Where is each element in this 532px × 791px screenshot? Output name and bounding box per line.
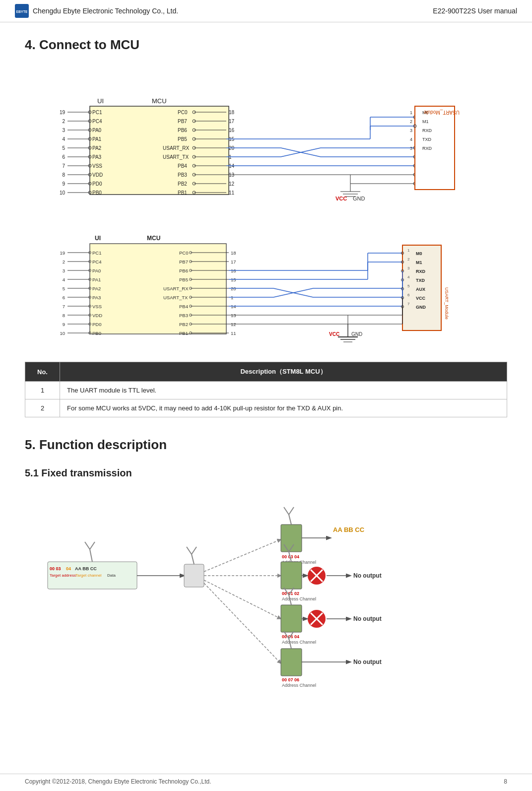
svg-text:PA0: PA0 <box>92 128 102 133</box>
svg-rect-275 <box>184 564 204 587</box>
svg-text:USART_RX: USART_RX <box>163 286 189 291</box>
svg-text:1: 1 <box>407 248 410 253</box>
svg-text:04: 04 <box>66 566 71 571</box>
svg-text:RXD: RXD <box>422 128 432 133</box>
svg-text:7: 7 <box>407 302 410 306</box>
svg-text:00 07 06: 00 07 06 <box>282 677 299 682</box>
table-cell-no: 2 <box>25 399 60 417</box>
svg-text:PA2: PA2 <box>92 286 101 291</box>
svg-text:VCC: VCC <box>329 331 339 337</box>
svg-text:Data: Data <box>107 573 116 578</box>
svg-text:5: 5 <box>407 284 410 288</box>
svg-text:MCU: MCU <box>147 235 160 242</box>
svg-text:PB6: PB6 <box>178 128 187 133</box>
svg-text:No output: No output <box>353 615 382 622</box>
svg-text:9: 9 <box>63 322 65 327</box>
svg-text:2: 2 <box>63 259 65 264</box>
svg-text:3: 3 <box>407 266 410 270</box>
svg-text:PB3: PB3 <box>178 172 187 178</box>
svg-text:PB5: PB5 <box>178 136 187 142</box>
section5-title: 5. Function description <box>25 437 507 453</box>
svg-line-273 <box>90 542 95 549</box>
svg-text:PB2: PB2 <box>178 181 187 187</box>
svg-text:USART_Module: USART_Module <box>423 110 460 115</box>
svg-rect-113 <box>415 106 455 190</box>
svg-text:VSS: VSS <box>92 163 102 169</box>
fixed-tx-diagram: 00 03 04 AA BB CC Target address Target … <box>25 485 507 693</box>
svg-text:PB5: PB5 <box>179 277 188 282</box>
copyright: Copyright ©2012-2018, Chengdu Ebyte Elec… <box>25 778 211 785</box>
svg-text:8: 8 <box>63 313 65 318</box>
svg-text:PD0: PD0 <box>92 181 102 187</box>
svg-rect-130 <box>90 244 226 334</box>
svg-text:3: 3 <box>410 146 412 151</box>
svg-line-282 <box>204 583 281 663</box>
svg-text:GND: GND <box>353 196 365 201</box>
svg-text:2: 2 <box>410 119 412 124</box>
svg-text:17: 17 <box>229 119 235 124</box>
svg-line-284 <box>289 515 291 525</box>
svg-text:PB7: PB7 <box>179 259 188 264</box>
table-cell-desc: The UART module is TTL level. <box>60 382 507 399</box>
svg-text:TXD: TXD <box>422 137 432 142</box>
svg-text:UI: UI <box>95 235 101 242</box>
svg-text:16: 16 <box>229 128 235 133</box>
svg-line-281 <box>204 580 281 619</box>
svg-text:PC0: PC0 <box>179 250 188 256</box>
svg-text:PC4: PC4 <box>92 119 102 124</box>
svg-text:8: 8 <box>62 172 65 178</box>
svg-text:19: 19 <box>60 250 65 256</box>
svg-text:PB2: PB2 <box>179 322 188 327</box>
svg-rect-315 <box>281 649 302 676</box>
svg-text:USART_TX: USART_TX <box>163 154 189 160</box>
page-header: EBYTE Chengdu Ebyte Electronic Technolog… <box>0 0 532 22</box>
svg-text:PA3: PA3 <box>92 295 101 300</box>
svg-text:Address Channel: Address Channel <box>282 596 316 601</box>
svg-text:Target channel: Target channel <box>75 573 102 578</box>
svg-text:GND: GND <box>416 305 426 310</box>
svg-text:RXD: RXD <box>422 146 432 151</box>
svg-text:VDD: VDD <box>92 172 103 178</box>
svg-text:6: 6 <box>407 293 410 297</box>
svg-text:9: 9 <box>62 181 65 187</box>
svg-line-271 <box>90 549 92 562</box>
svg-text:2: 2 <box>62 119 65 124</box>
svg-text:Target address: Target address <box>50 573 76 578</box>
svg-text:2: 2 <box>407 257 410 262</box>
svg-line-279 <box>204 539 281 572</box>
svg-text:PC0: PC0 <box>178 110 188 115</box>
svg-text:PC4: PC4 <box>92 259 101 264</box>
svg-text:PB6: PB6 <box>179 268 188 273</box>
svg-text:PB1: PB1 <box>179 330 188 336</box>
svg-line-272 <box>85 542 90 549</box>
svg-text:PA0: PA0 <box>92 268 101 273</box>
svg-text:11: 11 <box>231 330 236 336</box>
svg-text:4: 4 <box>62 136 65 142</box>
svg-text:EBYTE: EBYTE <box>16 10 27 13</box>
svg-text:19: 19 <box>60 110 66 115</box>
svg-text:MCU: MCU <box>152 97 167 105</box>
svg-text:Address Channel: Address Channel <box>282 683 316 688</box>
section4: 4. Connect to MCU UI MCU 19 PC1 <box>25 37 507 417</box>
svg-text:VCC: VCC <box>416 296 426 301</box>
svg-text:PB1: PB1 <box>178 190 187 196</box>
svg-text:No output: No output <box>353 572 382 579</box>
main-content: 4. Connect to MCU UI MCU 19 PC1 <box>0 22 532 713</box>
svg-text:AUX: AUX <box>416 287 425 292</box>
svg-text:TXD: TXD <box>416 278 425 283</box>
svg-text:PB4: PB4 <box>179 304 188 309</box>
svg-text:RXD: RXD <box>416 269 426 274</box>
svg-text:M1: M1 <box>416 260 422 265</box>
section4-title: 4. Connect to MCU <box>25 37 507 53</box>
svg-text:VDD: VDD <box>92 313 102 318</box>
svg-text:PB0: PB0 <box>92 330 101 336</box>
svg-rect-303 <box>281 605 302 632</box>
svg-text:AA BB CC: AA BB CC <box>333 526 365 533</box>
company-name: Chengdu Ebyte Electronic Technology Co.,… <box>33 7 178 15</box>
svg-text:6: 6 <box>62 154 65 160</box>
page-number: 8 <box>504 778 507 785</box>
svg-line-276 <box>192 554 194 564</box>
svg-text:PC1: PC1 <box>92 110 102 115</box>
svg-text:PB7: PB7 <box>178 119 187 124</box>
svg-text:PA3: PA3 <box>92 154 102 160</box>
